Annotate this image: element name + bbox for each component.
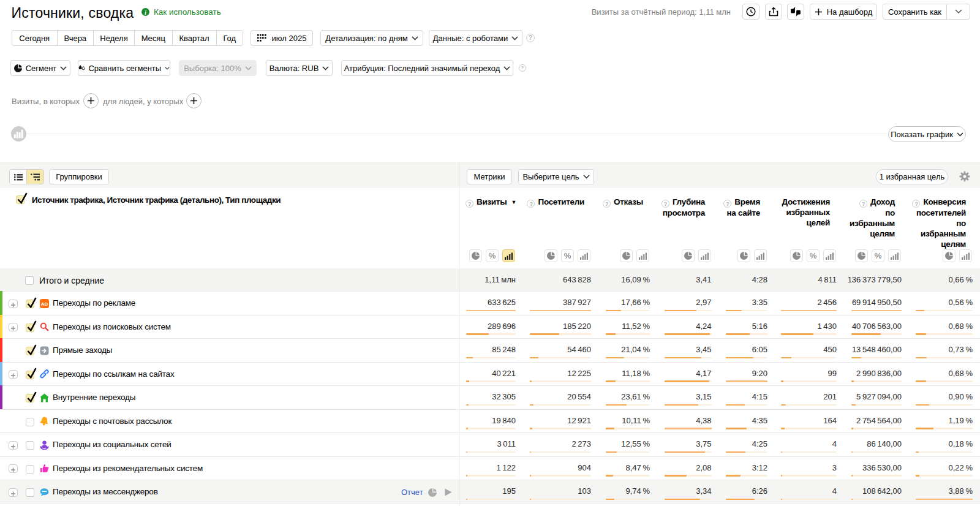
- svg-text:AD: AD: [41, 301, 48, 306]
- svg-text:i: i: [145, 10, 146, 16]
